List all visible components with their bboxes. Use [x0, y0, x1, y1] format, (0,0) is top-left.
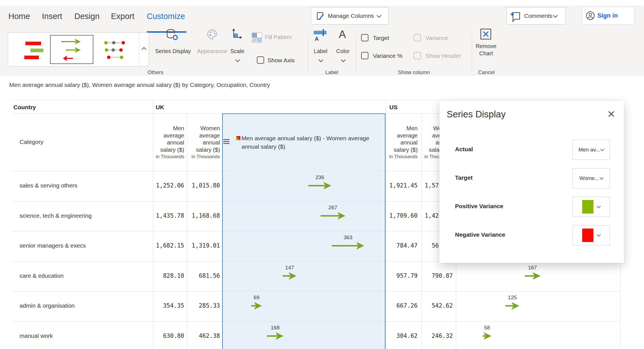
target-dropdown[interactable]: Wome...: [572, 168, 610, 188]
group-divider: [356, 33, 356, 72]
category-cell: sales & serving others: [20, 182, 77, 189]
uk-women-cell: 1,168.68: [187, 212, 220, 219]
uk-variance-label: 168: [271, 325, 280, 331]
database-gear-icon: [166, 29, 179, 41]
column-drag-handle[interactable]: [223, 139, 229, 145]
gallery-thumb-bars[interactable]: [8, 33, 50, 66]
us-women-cell: 1,42: [422, 212, 439, 219]
label-button[interactable]: A Label: [311, 29, 330, 70]
series-display-label: Series Display: [155, 48, 190, 54]
sign-in-button[interactable]: Sign in: [582, 7, 634, 25]
dialog-title: Series Display: [447, 109, 506, 120]
tab-insert[interactable]: Insert: [42, 12, 62, 21]
remove-chart-button[interactable]: Remove Chart: [473, 29, 499, 65]
manage-columns-button[interactable]: Manage Columns: [311, 7, 389, 25]
appearance-label: Appearance: [196, 48, 229, 54]
manage-columns-icon: [315, 11, 325, 21]
tab-home[interactable]: Home: [8, 12, 30, 21]
sign-in-label: Sign in: [597, 12, 618, 19]
positive-variance-dropdown[interactable]: [572, 197, 610, 217]
actual-dropdown[interactable]: Men av...: [572, 140, 610, 160]
scale-label: Scale: [229, 48, 246, 54]
series-display-dialog: Series Display × Actual Men av... Target…: [439, 101, 624, 263]
chevron-down-icon: [597, 204, 601, 208]
uk-women-cell: 462.38: [187, 333, 220, 339]
show-header-checkbox: [414, 52, 421, 59]
uk-variance-label: 147: [285, 265, 294, 271]
us-men-cell: 304.62: [386, 333, 418, 339]
us-women-cell: 542.62: [422, 302, 453, 309]
group-label-cancel: Cancel: [478, 69, 494, 75]
uk-men-cell: 1,252.06: [153, 182, 184, 189]
tab-export[interactable]: Export: [111, 12, 134, 21]
bar-red-icon: [25, 42, 41, 45]
color-a-icon: A: [339, 29, 346, 41]
us-men-cell: 1,921.45: [386, 182, 418, 189]
red-dot-icon: [107, 56, 110, 59]
target-checkbox-label: Target: [373, 35, 389, 41]
color-button[interactable]: A Color: [333, 29, 353, 70]
label-bar-icon: [314, 31, 326, 34]
tab-design[interactable]: Design: [74, 12, 100, 21]
gallery-thumb-dotplot[interactable]: [98, 33, 138, 66]
close-icon[interactable]: ×: [607, 110, 615, 118]
us-variance-arrow-icon: [525, 271, 540, 281]
series-display-button[interactable]: Series Display: [155, 28, 190, 59]
green-arrow-icon: [61, 38, 81, 45]
category-header-label: Category: [20, 139, 43, 145]
uk-men-cell: 1,682.15: [153, 242, 184, 249]
bar-green-icon: [30, 49, 43, 52]
comments-button[interactable]: Comments: [506, 7, 566, 25]
color-label: Color: [333, 48, 353, 54]
us-men-cell: 957.79: [386, 272, 418, 279]
uk-men-cell: 1,435.78: [153, 212, 184, 219]
us-variance-label: 125: [508, 295, 517, 301]
uk-men-cell: 630.80: [153, 333, 184, 339]
category-cell: science, tech & engineering: [20, 212, 92, 219]
us-women-cell: 246.32: [422, 333, 453, 339]
us-variance-arrow-icon: [483, 331, 491, 341]
appearance-button: Appearance: [196, 28, 229, 59]
variance-checkbox: [414, 34, 421, 41]
category-cell: senior managers & execs: [20, 242, 86, 249]
group-label-others: Others: [147, 69, 163, 75]
comment-add-icon: [510, 10, 521, 22]
section-label-uk: UK: [156, 104, 164, 111]
person-circle-icon: [586, 11, 595, 20]
category-cell: manual work: [20, 333, 53, 339]
bar-red-icon: [24, 56, 39, 59]
chevron-down-icon: [235, 58, 240, 62]
chevron-down-icon: [319, 58, 323, 62]
us-men-cell: 1,709.60: [386, 212, 418, 219]
uk-variance-arrow-icon: [321, 211, 345, 221]
negative-variance-swatch: [582, 229, 593, 242]
gray-dot-icon: [112, 41, 115, 44]
actual-dropdown-value: Men av...: [579, 147, 600, 153]
gallery-expand-button[interactable]: [139, 33, 149, 66]
scale-axes-icon: [231, 28, 243, 40]
negative-variance-dropdown[interactable]: [572, 225, 610, 245]
uk-women-cell: 1,015.80: [187, 182, 220, 189]
positive-variance-swatch: [582, 200, 593, 213]
show-axis-label: Show Axis: [267, 57, 295, 64]
uk-variance-label: 363: [344, 234, 352, 241]
section-label-us: US: [389, 104, 397, 111]
category-cell: care & education: [20, 272, 64, 279]
us-women-cell: 1,57: [422, 182, 439, 189]
show-axis-checkbox[interactable]: [257, 56, 264, 64]
variance-series-flag-icon: [236, 136, 240, 140]
scale-button[interactable]: Scale: [229, 28, 246, 70]
uk-variance-label: 69: [254, 295, 259, 301]
green-dot-icon: [105, 48, 108, 52]
table-row-line: [11, 291, 620, 291]
target-checkbox[interactable]: [361, 34, 368, 41]
manage-columns-label: Manage Columns: [328, 13, 374, 19]
chevron-down-icon: [600, 147, 604, 151]
tab-customize[interactable]: Customize: [147, 12, 185, 21]
uk-men-cell: 828.10: [153, 272, 184, 279]
uk-men-cell: 354.35: [153, 302, 184, 309]
variance-pct-checkbox[interactable]: [361, 52, 368, 59]
country-header-label: Country: [13, 104, 36, 111]
uk-women-cell: 1,319.01: [187, 242, 220, 249]
gallery-thumb-arrows-selected[interactable]: [50, 35, 93, 64]
